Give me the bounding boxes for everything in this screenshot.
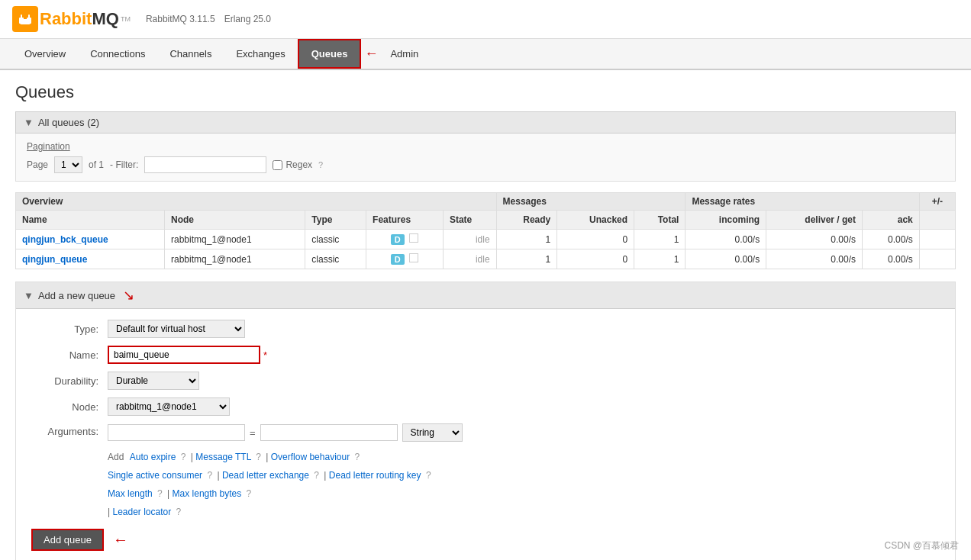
dead-letter-routing-key-link[interactable]: Dead letter routing key	[329, 470, 421, 481]
of-label: of 1	[89, 159, 104, 170]
queue-node: rabbitmq_1@node1	[165, 249, 305, 269]
overview-section-header: Overview	[16, 193, 497, 211]
watermark: CSDN @百慕倾君	[884, 539, 959, 552]
queue-ack: 0.00/s	[863, 249, 920, 269]
nav-queues-arrow: ←	[364, 46, 378, 62]
logo-text: RabbitMQ	[40, 9, 119, 29]
queue-ready: 1	[496, 230, 557, 249]
col-name: Name	[16, 211, 165, 230]
logo-icon	[12, 6, 38, 32]
nav-queues[interactable]: Queues	[298, 39, 362, 69]
nav-admin[interactable]: Admin	[378, 39, 431, 69]
toggle-icon: ▼	[24, 117, 34, 128]
add-queue-title: Add a new queue	[38, 290, 115, 301]
add-queue-body: Type: Default for virtual host Classic Q…	[16, 309, 955, 560]
page-select[interactable]: 1	[54, 156, 82, 173]
pagination-label: Pagination	[27, 141, 944, 152]
col-ready: Ready	[496, 211, 557, 230]
arg-key-input[interactable]	[108, 424, 245, 441]
messages-section-header: Messages	[496, 193, 686, 211]
col-empty	[919, 211, 955, 230]
pagination-section: Pagination Page 1 of 1 - Filter: Regex ?	[15, 134, 956, 182]
queue-incoming: 0.00/s	[686, 249, 766, 269]
name-input[interactable]	[108, 346, 260, 364]
plus-minus-btn[interactable]: +/-	[919, 193, 955, 211]
nav-connections[interactable]: Connections	[78, 39, 157, 69]
max-length-link[interactable]: Max length	[108, 488, 153, 499]
queue-total: 1	[634, 249, 686, 269]
regex-checkbox[interactable]	[273, 160, 282, 170]
all-queues-header[interactable]: ▼ All queues (2)	[15, 111, 956, 134]
page-title: Queues	[15, 82, 956, 102]
queue-state: idle	[443, 249, 496, 269]
table-row: qingjun_queue rabbitmq_1@node1 classic D…	[16, 249, 956, 269]
queue-deliver-get: 0.00/s	[766, 230, 863, 249]
version-info: RabbitMQ 3.11.5	[146, 14, 215, 24]
page-label: Page	[27, 159, 48, 170]
svg-rect-3	[28, 14, 30, 19]
col-type: Type	[305, 211, 366, 230]
queue-total: 1	[634, 230, 686, 249]
logo-tm: TM	[121, 15, 131, 23]
filter-input[interactable]	[144, 156, 266, 173]
col-ack: ack	[863, 211, 920, 230]
col-features: Features	[366, 211, 444, 230]
erlang-info: Erlang 25.0	[224, 14, 271, 24]
svg-rect-2	[21, 14, 22, 19]
arguments-inputs: = String Number Boolean List	[108, 423, 463, 442]
rabbit-icon	[18, 11, 33, 27]
nav-overview[interactable]: Overview	[12, 39, 78, 69]
name-label: Name:	[31, 349, 108, 361]
node-select[interactable]: rabbitmq_1@node1	[108, 397, 230, 416]
filter-label: - Filter:	[110, 159, 138, 170]
nav-exchanges[interactable]: Exchanges	[224, 39, 297, 69]
overflow-behaviour-link[interactable]: Overflow behaviour	[271, 452, 350, 462]
durability-label: Durability:	[31, 375, 108, 387]
arguments-controls: = String Number Boolean List Add Auto ex…	[108, 423, 463, 521]
table-row: qingjun_bck_queue rabbitmq_1@node1 class…	[16, 230, 956, 249]
main-content: Queues ▼ All queues (2) Pagination Page …	[0, 70, 971, 560]
pagination-controls: Page 1 of 1 - Filter: Regex ?	[27, 156, 944, 173]
queue-type: classic	[305, 249, 366, 269]
type-row: Type: Default for virtual host Classic Q…	[31, 320, 940, 338]
auto-expire-link[interactable]: Auto expire	[130, 452, 176, 462]
queue-unacked: 0	[557, 230, 634, 249]
message-rates-section-header: Message rates	[686, 193, 919, 211]
leader-locator-link[interactable]: Leader locator	[112, 507, 171, 517]
regex-label[interactable]: Regex	[273, 159, 312, 170]
queue-name-link[interactable]: qingjun_queue	[22, 254, 87, 265]
max-length-bytes-link[interactable]: Max length bytes	[173, 488, 242, 499]
durability-row: Durability: Durable Transient	[31, 372, 940, 390]
col-total: Total	[634, 211, 686, 230]
col-unacked: Unacked	[557, 211, 634, 230]
add-queue-button[interactable]: Add queue	[31, 529, 104, 551]
add-queue-arrow: ↘	[123, 287, 134, 304]
nav-bar: Overview Connections Channels Exchanges …	[0, 39, 971, 70]
dead-letter-exchange-link[interactable]: Dead letter exchange	[222, 470, 309, 481]
queue-node: rabbitmq_1@node1	[165, 230, 305, 249]
add-queue-section: ▼ Add a new queue ↘ Type: Default for vi…	[15, 282, 956, 560]
arg-links: Add Auto expire ? | Message TTL ? | Over…	[108, 448, 463, 521]
arg-eq: =	[250, 427, 256, 439]
queue-features: D	[366, 230, 444, 249]
durability-select[interactable]: Durable Transient	[108, 372, 199, 390]
all-queues-label: All queues (2)	[38, 117, 99, 128]
node-label: Node:	[31, 401, 108, 413]
type-select[interactable]: Default for virtual host Classic Quorum	[108, 320, 245, 338]
arg-val-input[interactable]	[260, 424, 398, 441]
nav-channels[interactable]: Channels	[157, 39, 224, 69]
arg-type-select[interactable]: String Number Boolean List	[402, 423, 463, 442]
message-ttl-link[interactable]: Message TTL	[195, 452, 251, 462]
queue-name-link[interactable]: qingjun_bck_queue	[22, 234, 108, 245]
add-queue-header[interactable]: ▼ Add a new queue ↘	[16, 282, 955, 309]
queues-table: Overview Messages Message rates +/- Name…	[15, 192, 956, 269]
type-label: Type:	[31, 323, 108, 335]
col-incoming: incoming	[686, 211, 766, 230]
queue-ack: 0.00/s	[863, 230, 920, 249]
single-active-consumer-link[interactable]: Single active consumer	[108, 470, 202, 481]
logo: RabbitMQ TM	[12, 6, 131, 32]
required-star: *	[263, 349, 267, 361]
col-deliver-get: deliver / get	[766, 211, 863, 230]
regex-help-icon[interactable]: ?	[318, 160, 323, 169]
arguments-row: Arguments: = String Number Boolean List	[31, 423, 940, 521]
